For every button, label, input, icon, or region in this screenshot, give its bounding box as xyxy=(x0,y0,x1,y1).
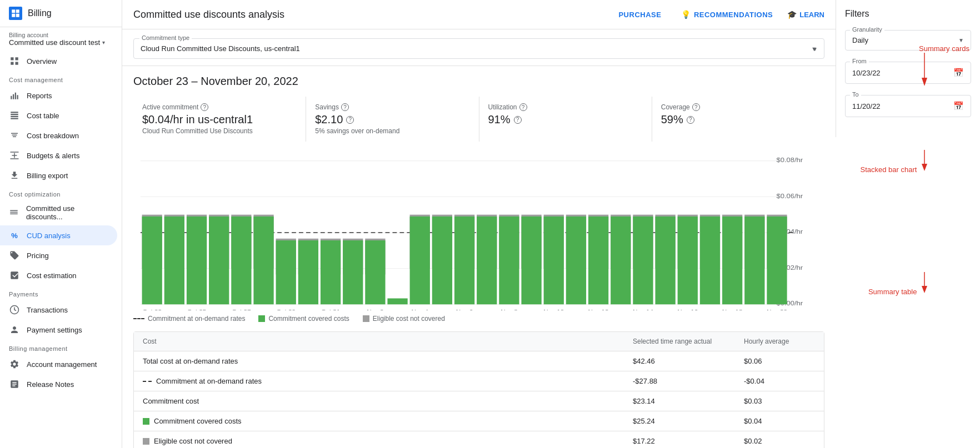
row-2-actual: $23.14 xyxy=(624,391,735,411)
header-actions: PURCHASE 💡 RECOMMENDATIONS 🎓 LEARN xyxy=(613,7,824,22)
active-commitment-help-icon[interactable]: ? xyxy=(201,103,208,111)
row-4-actual: $17.22 xyxy=(624,431,735,448)
chart-container: $0.08/hr $0.06/hr $0.04/hr $0.02/hr $0.0… xyxy=(133,155,824,310)
billing-mgmt-label: Billing management xyxy=(0,340,122,354)
svg-rect-63 xyxy=(499,217,519,304)
legend-gray-icon xyxy=(363,315,369,322)
cud-analysis-icon: % xyxy=(9,230,20,241)
sidebar-item-overview[interactable]: Overview xyxy=(0,51,117,71)
row-4-label: Eligible cost not covered xyxy=(134,431,624,448)
billing-account-section: Billing account Committed use discount t… xyxy=(0,27,122,51)
svg-text:Nov 6: Nov 6 xyxy=(456,308,473,310)
sidebar-item-cud-analysis[interactable]: % CUD analysis xyxy=(0,225,117,245)
svg-text:Nov 4: Nov 4 xyxy=(412,308,428,310)
legend-dashed-icon xyxy=(133,318,144,319)
billing-account-dropdown-icon: ▾ xyxy=(102,39,105,46)
purchase-button[interactable]: PURCHASE xyxy=(613,7,667,22)
chart-section: $0.08/hr $0.06/hr $0.04/hr $0.02/hr $0.0… xyxy=(122,150,836,327)
sidebar-cost-breakdown-label: Cost breakdown xyxy=(27,132,79,140)
svg-rect-52 xyxy=(365,240,385,304)
svg-rect-38 xyxy=(209,217,229,304)
utilization-value: 91% ? xyxy=(488,113,643,126)
transactions-icon xyxy=(9,304,20,315)
active-commitment-title: Active commitment ? xyxy=(142,103,297,111)
sidebar-overview-label: Overview xyxy=(27,57,57,66)
sidebar-item-cost-table[interactable]: Cost table xyxy=(0,105,117,125)
row-0-label: Total cost at on-demand rates xyxy=(134,351,624,371)
savings-value: $2.10 ? xyxy=(315,113,469,126)
svg-rect-13 xyxy=(11,114,18,115)
billing-account-label: Billing account xyxy=(9,32,113,38)
pricing-icon xyxy=(9,250,20,261)
learn-button[interactable]: 🎓 LEARN xyxy=(787,10,824,19)
row-1-actual: -$27.88 xyxy=(624,371,735,391)
sidebar-item-committed-use[interactable]: Committed use discounts... xyxy=(0,200,117,225)
savings-sub: 5% savings over on-demand xyxy=(315,127,469,135)
bar-chart: $0.08/hr $0.06/hr $0.04/hr $0.02/hr $0.0… xyxy=(133,155,824,310)
row-gray-icon xyxy=(143,438,149,445)
utilization-title: Utilization ? xyxy=(488,103,643,111)
svg-text:Nov 8: Nov 8 xyxy=(501,308,517,310)
sidebar-item-transactions[interactable]: Transactions xyxy=(0,300,117,320)
cost-table-icon xyxy=(9,110,20,121)
sidebar-item-billing-export[interactable]: Billing export xyxy=(0,165,117,185)
billing-account-name[interactable]: Committed use discount test ▾ xyxy=(9,38,113,47)
sidebar-item-account-management[interactable]: Account management xyxy=(0,354,117,374)
legend-green: Commitment covered costs xyxy=(258,315,349,323)
svg-rect-32 xyxy=(142,217,162,304)
page-title: Committed use discounts analysis xyxy=(133,9,284,21)
recommendations-button[interactable]: 💡 RECOMMENDATIONS xyxy=(676,7,778,22)
chart-legend: Commitment at on-demand rates Commitment… xyxy=(133,315,824,323)
savings-value-help-icon[interactable]: ? xyxy=(346,116,354,124)
legend-commitment-line: Commitment at on-demand rates xyxy=(133,315,245,323)
main-content: Committed use discounts analysis PURCHAS… xyxy=(122,0,836,448)
to-calendar-icon[interactable]: 📅 xyxy=(953,101,964,111)
cost-breakdown-icon xyxy=(9,130,20,141)
summary-table: Cost Selected time range actual Hourly a… xyxy=(133,331,824,448)
utilization-card: Utilization ? 91% ? xyxy=(479,97,652,142)
filters-panel: Filters Granularity Daily ▼ From 10/23/2… xyxy=(836,0,980,137)
svg-rect-73 xyxy=(611,217,631,304)
payment-settings-icon xyxy=(9,324,20,335)
coverage-card: Coverage ? 59% ? xyxy=(652,97,824,142)
overview-icon xyxy=(9,56,20,67)
sidebar-item-budgets[interactable]: Budgets & alerts xyxy=(0,145,117,165)
svg-rect-16 xyxy=(11,158,19,159)
sidebar-item-payment-settings[interactable]: Payment settings xyxy=(0,320,117,340)
svg-rect-10 xyxy=(15,93,16,99)
commitment-select-wrapper: Commitment type Cloud Run Committed Use … xyxy=(133,38,824,59)
sidebar-transactions-label: Transactions xyxy=(27,306,68,314)
svg-rect-11 xyxy=(17,95,18,99)
table-row: Commitment at on-demand rates -$27.88 -$… xyxy=(134,371,824,391)
svg-rect-67 xyxy=(544,217,564,304)
stacked-bar-annotation-text: Stacked bar chart xyxy=(860,165,917,174)
savings-title: Savings ? xyxy=(315,103,469,111)
utilization-help-icon[interactable]: ? xyxy=(519,103,527,111)
legend-green-icon xyxy=(258,315,265,322)
svg-rect-3 xyxy=(16,14,19,17)
summary-table-annotation-text: Summary table xyxy=(868,288,917,296)
svg-text:$0.08/hr: $0.08/hr xyxy=(777,157,803,164)
svg-text:$0.06/hr: $0.06/hr xyxy=(777,193,803,200)
from-calendar-icon[interactable]: 📅 xyxy=(953,68,964,78)
date-range: October 23 – November 20, 2022 xyxy=(122,66,836,92)
svg-rect-8 xyxy=(11,96,12,99)
coverage-value-help-icon[interactable]: ? xyxy=(687,116,694,124)
sidebar-item-cost-breakdown[interactable]: Cost breakdown xyxy=(0,125,117,145)
to-value: 11/20/22 xyxy=(852,102,881,110)
payments-label: Payments xyxy=(0,285,122,300)
svg-rect-59 xyxy=(454,217,474,304)
utilization-value-help-icon[interactable]: ? xyxy=(514,116,522,124)
coverage-title: Coverage ? xyxy=(661,103,816,111)
sidebar-item-pricing[interactable]: Pricing xyxy=(0,245,117,265)
app-title: Billing xyxy=(28,8,52,18)
savings-help-icon[interactable]: ? xyxy=(341,103,349,111)
svg-marker-106 xyxy=(922,164,927,171)
coverage-help-icon[interactable]: ? xyxy=(692,103,700,111)
sidebar-item-release-notes[interactable]: Release Notes xyxy=(0,374,117,394)
sidebar-item-reports[interactable]: Reports xyxy=(0,85,117,105)
svg-rect-81 xyxy=(700,217,720,304)
svg-marker-108 xyxy=(922,286,927,293)
sidebar-item-cost-estimation[interactable]: Cost estimation xyxy=(0,265,117,285)
svg-rect-57 xyxy=(432,217,452,304)
